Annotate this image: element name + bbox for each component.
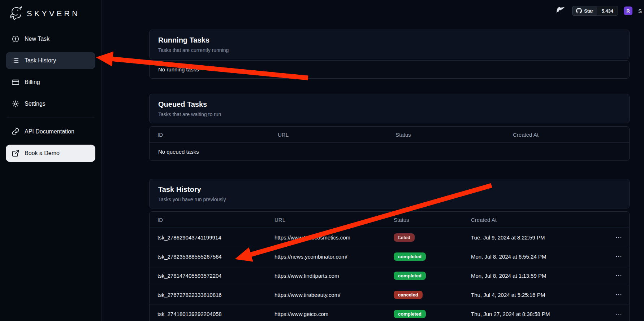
- task-url-cell: https://www.tartecosmetics.com: [275, 234, 394, 241]
- status-badge: completed: [394, 310, 426, 318]
- task-id-cell: tsk_274180139292204058: [157, 311, 275, 317]
- discord-icon[interactable]: [556, 7, 566, 15]
- table-row[interactable]: tsk_276727822333810816 https://www.tirab…: [150, 285, 629, 304]
- github-star-button[interactable]: Star 5,434: [572, 6, 618, 16]
- plus-circle-icon: [12, 35, 20, 43]
- queued-tasks-header: Queued Tasks Tasks that are waiting to r…: [149, 94, 630, 123]
- task-url-cell: https://www.geico.com: [275, 311, 394, 317]
- sidebar-item-book-a-demo[interactable]: Book a Demo: [6, 145, 95, 162]
- skyvern-dragon-icon: [8, 6, 23, 22]
- running-tasks-header: Running Tasks Tasks that are currently r…: [149, 30, 630, 59]
- user-name-clipped: S: [638, 8, 642, 14]
- row-actions-button[interactable]: ⋯: [613, 290, 625, 299]
- section-subtitle: Tasks that are waiting to run: [158, 111, 621, 117]
- created-at-cell: Mon, Jul 8, 2024 at 1:13:59 PM: [471, 273, 602, 279]
- section-subtitle: Tasks that are currently running: [158, 47, 621, 53]
- sidebar-item-label: API Documentation: [25, 128, 74, 135]
- task-url-cell: https://www.tirabeauty.com/: [275, 292, 394, 298]
- sidebar-item-billing[interactable]: Billing: [6, 74, 95, 91]
- empty-state-text: No running tasks: [150, 61, 629, 78]
- credit-card-icon: [12, 78, 20, 86]
- table-row[interactable]: tsk_278147405593572204 https://www.findi…: [150, 266, 629, 285]
- sidebar-divider: [7, 118, 95, 118]
- sidebar-item-new-task[interactable]: New Task: [6, 30, 95, 48]
- task-history-table: ID URL Status Created At tsk_27862904374…: [149, 211, 630, 321]
- empty-state-text: No queued tasks: [150, 143, 629, 160]
- topbar: Star 5,434 R S: [556, 6, 642, 16]
- main-content: Star 5,434 R S Running Tasks Tasks that …: [101, 0, 644, 321]
- running-tasks-body: No running tasks: [149, 60, 630, 79]
- gear-icon: [12, 100, 20, 108]
- github-star-count: 5,434: [597, 6, 618, 16]
- table-header-row: ID URL Status Created At: [150, 127, 629, 143]
- row-actions-button[interactable]: ⋯: [613, 233, 625, 242]
- sidebar-item-label: Settings: [25, 101, 46, 107]
- task-url-cell: https://www.finditparts.com: [275, 273, 394, 279]
- sidebar-item-label: Book a Demo: [25, 150, 60, 157]
- content-stack: Running Tasks Tasks that are currently r…: [149, 30, 630, 321]
- app-root: SKYVERN New Task Task History Billing Se…: [0, 0, 644, 321]
- column-header-created-at: Created At: [471, 217, 602, 223]
- list-icon: [12, 57, 20, 65]
- sidebar-nav: New Task Task History Billing Settings: [6, 30, 95, 113]
- task-id-cell: tsk_278629043741199914: [157, 234, 275, 241]
- status-badge: completed: [394, 272, 426, 280]
- row-actions-button[interactable]: ⋯: [613, 309, 625, 319]
- section-subtitle: Tasks you have run previously: [158, 197, 621, 202]
- queued-tasks-section: Queued Tasks Tasks that are waiting to r…: [149, 94, 630, 161]
- sidebar-item-label: New Task: [25, 36, 49, 42]
- sidebar: SKYVERN New Task Task History Billing Se…: [0, 0, 101, 321]
- created-at-cell: Mon, Jul 8, 2024 at 6:55:24 PM: [471, 254, 602, 260]
- brand-logo: SKYVERN: [8, 6, 95, 21]
- sidebar-item-label: Task History: [25, 57, 56, 64]
- queued-tasks-table: ID URL Status Created At No queued tasks: [149, 126, 630, 161]
- github-icon: [576, 8, 582, 14]
- table-row[interactable]: tsk_278629043741199914 https://www.tarte…: [150, 228, 629, 247]
- status-badge: canceled: [394, 291, 423, 299]
- sidebar-item-settings[interactable]: Settings: [6, 95, 95, 113]
- task-id-cell: tsk_278147405593572204: [157, 273, 275, 279]
- task-history-rows: tsk_278629043741199914 https://www.tarte…: [150, 228, 629, 321]
- section-title: Task History: [158, 185, 621, 194]
- row-actions-button[interactable]: ⋯: [613, 252, 625, 261]
- column-header-url: URL: [275, 217, 394, 223]
- table-header-row: ID URL Status Created At: [150, 212, 629, 228]
- running-tasks-section: Running Tasks Tasks that are currently r…: [149, 30, 630, 79]
- column-header-created-at: Created At: [513, 132, 625, 138]
- brand-name: SKYVERN: [27, 9, 80, 18]
- task-history-header: Task History Tasks you have run previous…: [149, 179, 630, 208]
- created-at-cell: Thu, Jun 27, 2024 at 8:38:58 PM: [471, 311, 602, 317]
- sidebar-item-api-documentation[interactable]: API Documentation: [6, 123, 95, 140]
- task-url-cell: https://news.ycombinator.com/: [275, 254, 394, 260]
- task-id-cell: tsk_276727822333810816: [157, 292, 275, 298]
- column-header-status: Status: [394, 217, 471, 223]
- sidebar-item-label: Billing: [25, 79, 40, 85]
- column-header-id: ID: [157, 132, 278, 138]
- column-header-status: Status: [396, 132, 513, 138]
- sidebar-item-task-history[interactable]: Task History: [6, 52, 95, 69]
- link-icon: [12, 128, 20, 136]
- sidebar-secondary-nav: API Documentation Book a Demo: [6, 123, 95, 162]
- column-header-id: ID: [157, 217, 275, 223]
- table-row[interactable]: tsk_278235388555267564 https://news.ycom…: [150, 247, 629, 266]
- task-id-cell: tsk_278235388555267564: [157, 254, 275, 260]
- status-badge: completed: [394, 252, 426, 261]
- task-history-section: Task History Tasks you have run previous…: [149, 179, 630, 321]
- status-badge: failed: [394, 233, 415, 242]
- section-title: Queued Tasks: [158, 100, 621, 109]
- github-star-label: Star: [584, 8, 593, 14]
- table-row[interactable]: tsk_274180139292204058 https://www.geico…: [150, 304, 629, 321]
- created-at-cell: Thu, Jul 4, 2024 at 5:25:16 PM: [471, 292, 602, 298]
- row-actions-button[interactable]: ⋯: [613, 271, 625, 280]
- avatar[interactable]: R: [624, 6, 632, 15]
- section-title: Running Tasks: [158, 36, 621, 44]
- column-header-url: URL: [278, 132, 396, 138]
- created-at-cell: Tue, Jul 9, 2024 at 8:22:59 PM: [471, 234, 602, 241]
- external-link-icon: [12, 149, 20, 157]
